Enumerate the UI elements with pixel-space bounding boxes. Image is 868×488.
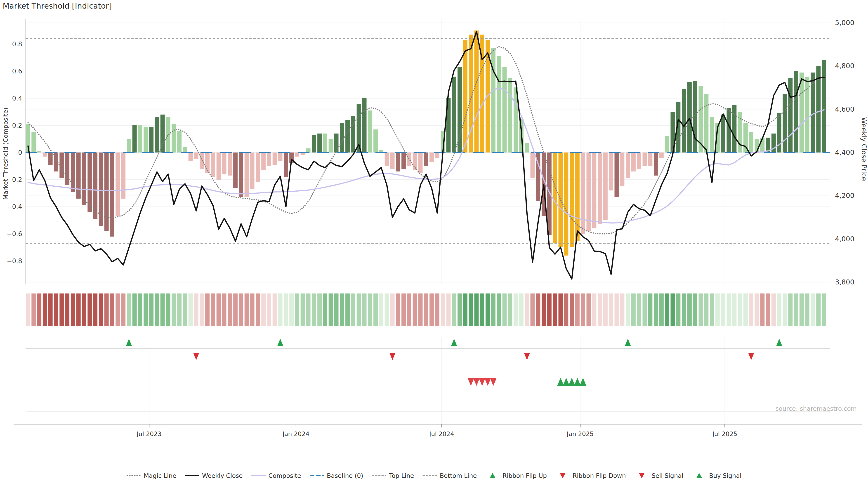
ribbon-stripe: [704, 293, 708, 326]
threshold-bar: [172, 124, 176, 153]
threshold-bar: [603, 153, 608, 220]
ribbon-stripe: [643, 293, 647, 326]
threshold-bar: [643, 153, 647, 166]
threshold-bar: [49, 153, 53, 165]
up-triangle-icon: [692, 472, 706, 480]
threshold-bar: [777, 113, 781, 153]
ribbon-stripe: [766, 293, 770, 326]
ribbon-stripe: [71, 293, 75, 326]
threshold-bar: [104, 153, 109, 231]
ribbon-stripe: [345, 293, 350, 326]
legend-item-label: Sell Signal: [652, 472, 683, 479]
threshold-bar: [654, 153, 658, 175]
indicator-chart: 0.80.60.40.20−0.2−0.4−0.6−0.85,0004,8004…: [0, 0, 868, 488]
threshold-bar: [373, 129, 378, 153]
ribbon-stripe: [144, 293, 148, 326]
ribbon-stripe: [149, 293, 153, 326]
ribbon-stripe: [463, 293, 467, 326]
ribbon-stripe: [676, 293, 680, 326]
ribbon-stripe: [211, 293, 215, 326]
threshold-bar: [615, 153, 619, 197]
chart-canvas: 0.80.60.40.20−0.2−0.4−0.6−0.85,0004,8004…: [0, 0, 868, 488]
threshold-bar: [183, 147, 187, 153]
legend-item-label: Bottom Line: [440, 472, 477, 479]
threshold-bar: [59, 153, 64, 178]
ribbon-stripe: [59, 293, 64, 326]
ribbon-stripe: [334, 293, 339, 326]
buy-signal-marker: [563, 378, 569, 386]
ribbon-strip: [26, 293, 827, 326]
ribbon-stripe: [620, 293, 624, 326]
threshold-bar: [553, 153, 557, 243]
ribbon-stripe: [441, 293, 445, 326]
threshold-bar: [727, 108, 731, 153]
legend-item-label: Weekly Close: [202, 472, 243, 479]
ribbon-flip-down-marker: [524, 353, 530, 360]
ribbon-stripe: [82, 293, 86, 326]
ribbon-stripe: [497, 293, 501, 326]
threshold-bar: [665, 136, 669, 153]
threshold-bar: [396, 153, 400, 171]
ribbon-stripe: [172, 293, 176, 326]
legend-item-composite: Composite: [251, 472, 301, 480]
ribbon-stripe: [710, 293, 714, 326]
x-axis-tick-label: Jul 2025: [712, 430, 737, 437]
legend-item-weekly-close: Weekly Close: [185, 472, 243, 480]
legend-item-ribbon-flip-up: Ribbon Flip Up: [485, 472, 547, 480]
left-axis-title: Market Threshold (Composite): [2, 107, 9, 200]
left-axis-tick-label: 0: [18, 149, 22, 156]
ribbon-stripe: [794, 293, 798, 326]
threshold-bar: [261, 153, 266, 170]
left-axis-tick-label: −0.8: [7, 257, 22, 265]
ribbon-stripe: [592, 293, 596, 326]
ribbon-stripe: [413, 293, 417, 326]
left-axis-tick-label: −0.2: [7, 176, 22, 184]
ribbon-stripe: [738, 293, 742, 326]
ribbon-stripe: [306, 293, 311, 326]
threshold-bar: [648, 153, 652, 166]
ribbon-stripe: [687, 293, 692, 326]
ribbon-stripe: [177, 293, 182, 326]
ribbon-stripe: [132, 293, 137, 326]
ribbon-stripe: [183, 293, 187, 326]
ribbon-stripe: [732, 293, 737, 326]
ribbon-stripe: [536, 293, 540, 326]
ribbon-stripe: [284, 293, 288, 326]
ribbon-stripe: [401, 293, 406, 326]
ribbon-stripe: [76, 293, 81, 326]
dashed-line-swatch: [372, 472, 386, 480]
gridlines: [26, 19, 830, 424]
threshold-bar: [222, 153, 226, 174]
ribbon-stripe: [93, 293, 97, 326]
threshold-bar: [217, 153, 221, 180]
ribbon-stripe: [289, 293, 293, 326]
ribbon-stripe: [788, 293, 793, 326]
ribbon-stripe: [603, 293, 608, 326]
ribbon-stripe: [273, 293, 277, 326]
ribbon-stripe: [121, 293, 125, 326]
threshold-bar: [794, 71, 798, 153]
threshold-bar: [205, 153, 210, 173]
threshold-bar: [569, 153, 574, 248]
threshold-bar: [598, 153, 602, 224]
right-axis-tick-label: 4,000: [835, 235, 855, 243]
ribbon-stripe: [88, 293, 92, 326]
threshold-bar: [138, 125, 143, 153]
threshold-bar: [256, 153, 260, 182]
threshold-bar: [127, 139, 131, 153]
threshold-bar: [155, 117, 159, 153]
threshold-bar: [435, 153, 439, 158]
ribbon-stripe: [553, 293, 557, 326]
ribbon-flip-up-marker: [126, 339, 132, 346]
dashed-line-swatch: [423, 472, 437, 480]
buy-signal-marker: [568, 378, 575, 386]
threshold-bar: [368, 110, 372, 153]
right-axis-title: Weekly Close Price: [860, 117, 868, 181]
ribbon-stripe: [373, 293, 378, 326]
threshold-bar: [317, 133, 322, 153]
ribbon-stripe: [391, 293, 395, 326]
left-axis-tick-label: 0.2: [12, 122, 22, 129]
ribbon-stripe: [587, 293, 591, 326]
threshold-bar: [704, 94, 708, 153]
ribbon-stripe: [671, 293, 675, 326]
